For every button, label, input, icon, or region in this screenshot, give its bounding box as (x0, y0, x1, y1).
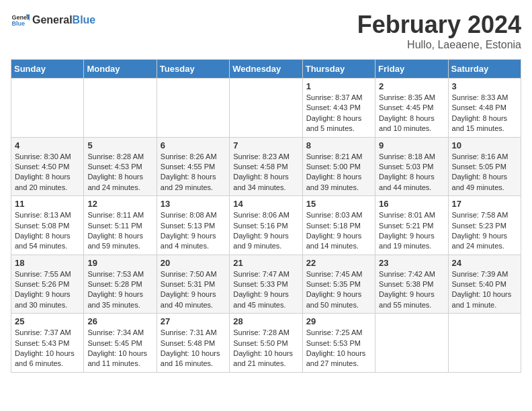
day-info: Sunrise: 8:08 AM Sunset: 5:13 PM Dayligh… (161, 210, 226, 252)
week-row-4: 18Sunrise: 7:55 AM Sunset: 5:26 PM Dayli… (11, 255, 521, 314)
calendar-header-row: SundayMondayTuesdayWednesdayThursdayFrid… (11, 60, 521, 79)
calendar-cell: 28Sunrise: 7:28 AM Sunset: 5:50 PM Dayli… (230, 314, 302, 373)
day-info: Sunrise: 7:28 AM Sunset: 5:50 PM Dayligh… (233, 328, 298, 369)
day-info: Sunrise: 8:23 AM Sunset: 4:58 PM Dayligh… (233, 152, 298, 193)
day-info: Sunrise: 8:06 AM Sunset: 5:16 PM Dayligh… (233, 210, 298, 252)
day-number: 3 (452, 81, 517, 91)
calendar-cell: 23Sunrise: 7:42 AM Sunset: 5:38 PM Dayli… (375, 255, 448, 314)
day-number: 2 (379, 81, 444, 91)
day-info: Sunrise: 7:31 AM Sunset: 5:48 PM Dayligh… (161, 328, 226, 369)
header-tuesday: Tuesday (157, 60, 229, 79)
location: Hullo, Laeaene, Estonia (357, 39, 521, 51)
calendar-cell (375, 314, 448, 373)
calendar-cell: 1Sunrise: 8:37 AM Sunset: 4:43 PM Daylig… (302, 79, 375, 138)
day-info: Sunrise: 8:26 AM Sunset: 4:55 PM Dayligh… (161, 152, 226, 193)
calendar-cell: 7Sunrise: 8:23 AM Sunset: 4:58 PM Daylig… (230, 137, 302, 196)
day-number: 16 (379, 199, 444, 209)
day-info: Sunrise: 7:34 AM Sunset: 5:45 PM Dayligh… (87, 328, 152, 369)
calendar-cell: 6Sunrise: 8:26 AM Sunset: 4:55 PM Daylig… (157, 137, 229, 196)
calendar-cell: 13Sunrise: 8:08 AM Sunset: 5:13 PM Dayli… (157, 196, 229, 255)
header-saturday: Saturday (448, 60, 521, 79)
calendar-cell: 15Sunrise: 8:03 AM Sunset: 5:18 PM Dayli… (302, 196, 375, 255)
day-number: 26 (87, 316, 152, 326)
day-number: 24 (452, 258, 517, 268)
day-info: Sunrise: 8:37 AM Sunset: 4:43 PM Dayligh… (306, 93, 371, 134)
calendar-cell: 29Sunrise: 7:25 AM Sunset: 5:53 PM Dayli… (302, 314, 375, 373)
week-row-3: 11Sunrise: 8:13 AM Sunset: 5:08 PM Dayli… (11, 196, 521, 255)
day-number: 20 (161, 258, 226, 268)
calendar-cell: 26Sunrise: 7:34 AM Sunset: 5:45 PM Dayli… (84, 314, 157, 373)
calendar-cell: 18Sunrise: 7:55 AM Sunset: 5:26 PM Dayli… (11, 255, 84, 314)
day-number: 22 (306, 258, 371, 268)
calendar-cell: 21Sunrise: 7:47 AM Sunset: 5:33 PM Dayli… (230, 255, 302, 314)
header-monday: Monday (84, 60, 157, 79)
day-number: 8 (306, 140, 371, 150)
day-number: 21 (233, 258, 298, 268)
calendar-table: SundayMondayTuesdayWednesdayThursdayFrid… (11, 59, 521, 373)
calendar-cell: 19Sunrise: 7:53 AM Sunset: 5:28 PM Dayli… (84, 255, 157, 314)
calendar-cell: 24Sunrise: 7:39 AM Sunset: 5:40 PM Dayli… (448, 255, 521, 314)
day-info: Sunrise: 8:28 AM Sunset: 4:53 PM Dayligh… (87, 152, 152, 193)
day-info: Sunrise: 8:01 AM Sunset: 5:21 PM Dayligh… (379, 210, 444, 252)
header-sunday: Sunday (11, 60, 84, 79)
calendar-cell (11, 79, 84, 138)
day-number: 5 (87, 140, 152, 150)
day-number: 14 (233, 199, 298, 209)
day-info: Sunrise: 7:42 AM Sunset: 5:38 PM Dayligh… (379, 269, 444, 311)
day-info: Sunrise: 8:03 AM Sunset: 5:18 PM Dayligh… (306, 210, 371, 252)
logo-icon: General Blue (11, 11, 30, 30)
calendar-cell: 25Sunrise: 7:37 AM Sunset: 5:43 PM Dayli… (11, 314, 84, 373)
day-number: 17 (452, 199, 517, 209)
day-info: Sunrise: 7:50 AM Sunset: 5:31 PM Dayligh… (161, 269, 226, 311)
day-info: Sunrise: 8:18 AM Sunset: 5:03 PM Dayligh… (379, 152, 444, 193)
calendar-cell: 17Sunrise: 7:58 AM Sunset: 5:23 PM Dayli… (448, 196, 521, 255)
logo-general: General (32, 14, 73, 26)
day-info: Sunrise: 7:58 AM Sunset: 5:23 PM Dayligh… (452, 210, 517, 252)
calendar-cell (157, 79, 229, 138)
calendar-cell (448, 314, 521, 373)
calendar-cell: 4Sunrise: 8:30 AM Sunset: 4:50 PM Daylig… (11, 137, 84, 196)
day-number: 4 (15, 140, 80, 150)
week-row-1: 1Sunrise: 8:37 AM Sunset: 4:43 PM Daylig… (11, 79, 521, 138)
header-wednesday: Wednesday (230, 60, 302, 79)
calendar-cell: 3Sunrise: 8:33 AM Sunset: 4:48 PM Daylig… (448, 79, 521, 138)
day-number: 25 (15, 316, 80, 326)
logo-blue: Blue (73, 14, 96, 26)
day-number: 19 (87, 258, 152, 268)
calendar-cell: 22Sunrise: 7:45 AM Sunset: 5:35 PM Dayli… (302, 255, 375, 314)
week-row-5: 25Sunrise: 7:37 AM Sunset: 5:43 PM Dayli… (11, 314, 521, 373)
calendar-cell: 8Sunrise: 8:21 AM Sunset: 5:00 PM Daylig… (302, 137, 375, 196)
day-number: 1 (306, 81, 371, 91)
day-info: Sunrise: 7:37 AM Sunset: 5:43 PM Dayligh… (15, 328, 80, 369)
day-number: 23 (379, 258, 444, 268)
header-friday: Friday (375, 60, 448, 79)
calendar-cell: 14Sunrise: 8:06 AM Sunset: 5:16 PM Dayli… (230, 196, 302, 255)
week-row-2: 4Sunrise: 8:30 AM Sunset: 4:50 PM Daylig… (11, 137, 521, 196)
day-info: Sunrise: 8:35 AM Sunset: 4:45 PM Dayligh… (379, 93, 444, 134)
day-info: Sunrise: 8:33 AM Sunset: 4:48 PM Dayligh… (452, 93, 517, 134)
day-info: Sunrise: 7:39 AM Sunset: 5:40 PM Dayligh… (452, 269, 517, 311)
day-number: 29 (306, 316, 371, 326)
calendar-cell: 10Sunrise: 8:16 AM Sunset: 5:05 PM Dayli… (448, 137, 521, 196)
calendar-cell: 2Sunrise: 8:35 AM Sunset: 4:45 PM Daylig… (375, 79, 448, 138)
title-section: February 2024 Hullo, Laeaene, Estonia (357, 11, 521, 51)
day-number: 6 (161, 140, 226, 150)
day-info: Sunrise: 8:30 AM Sunset: 4:50 PM Dayligh… (15, 152, 80, 193)
calendar-cell: 9Sunrise: 8:18 AM Sunset: 5:03 PM Daylig… (375, 137, 448, 196)
day-info: Sunrise: 8:13 AM Sunset: 5:08 PM Dayligh… (15, 210, 80, 252)
day-number: 28 (233, 316, 298, 326)
header-thursday: Thursday (302, 60, 375, 79)
day-info: Sunrise: 7:25 AM Sunset: 5:53 PM Dayligh… (306, 328, 371, 369)
calendar-cell: 11Sunrise: 8:13 AM Sunset: 5:08 PM Dayli… (11, 196, 84, 255)
day-number: 7 (233, 140, 298, 150)
day-info: Sunrise: 7:53 AM Sunset: 5:28 PM Dayligh… (87, 269, 152, 311)
calendar-cell (230, 79, 302, 138)
day-info: Sunrise: 7:45 AM Sunset: 5:35 PM Dayligh… (306, 269, 371, 311)
day-info: Sunrise: 8:21 AM Sunset: 5:00 PM Dayligh… (306, 152, 371, 193)
calendar-cell: 27Sunrise: 7:31 AM Sunset: 5:48 PM Dayli… (157, 314, 229, 373)
day-number: 27 (161, 316, 226, 326)
day-number: 11 (15, 199, 80, 209)
calendar-cell: 5Sunrise: 8:28 AM Sunset: 4:53 PM Daylig… (84, 137, 157, 196)
calendar-cell (84, 79, 157, 138)
day-info: Sunrise: 7:47 AM Sunset: 5:33 PM Dayligh… (233, 269, 298, 311)
